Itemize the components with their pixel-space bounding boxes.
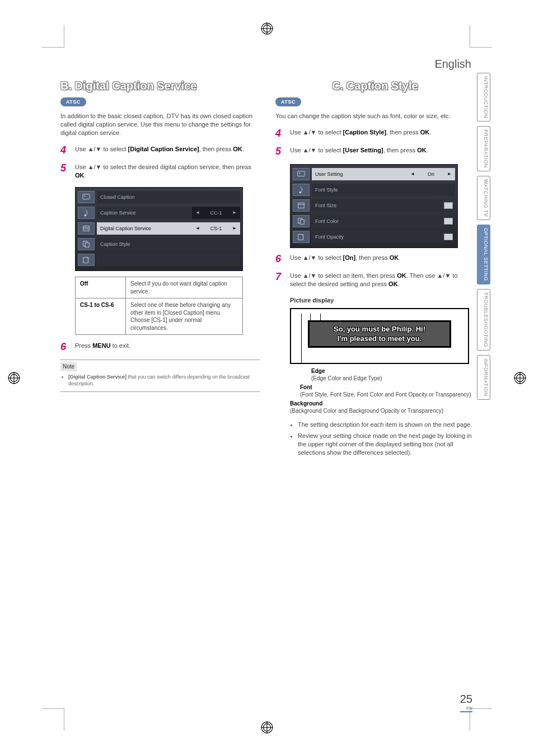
opt-key: Off <box>76 277 126 298</box>
step-number: 6 <box>60 342 69 352</box>
arrows-icon: ▲/▼ <box>303 147 317 153</box>
svg-rect-19 <box>83 226 90 231</box>
right-arrow-icon: ► <box>447 171 452 178</box>
page-suffix: EN <box>460 706 472 711</box>
arrows-icon: ▲/▼ <box>437 272 451 279</box>
menu-label: Font Size <box>312 199 444 212</box>
caption-legend: Edge(Edge Color and Edge Type) Font(Font… <box>290 367 475 415</box>
t: . <box>85 172 86 179</box>
registration-mark-icon <box>8 372 20 384</box>
step-number: 4 <box>60 145 69 155</box>
step-number: 5 <box>275 146 284 156</box>
menu-value: ◄On► <box>407 168 455 180</box>
step-6: 6 Use ▲/▼ to select [On], then press OK. <box>275 254 475 264</box>
t: [On] <box>343 254 356 261</box>
t: (Background Color and Background Opacity… <box>290 408 443 414</box>
arrows-icon: ▲/▼ <box>303 272 317 279</box>
picture-display-label: Picture display <box>290 296 475 305</box>
t: to select <box>316 147 343 153</box>
picture-icon <box>78 191 95 203</box>
svg-rect-28 <box>298 203 305 208</box>
side-tab-watching-tv: WATCHING TV <box>477 176 490 220</box>
sound-icon <box>293 184 310 196</box>
menu-label: Font Opacity <box>312 231 444 243</box>
step-5: 5 Use ▲/▼ to select [User Setting], then… <box>275 146 475 156</box>
t: . <box>399 254 400 261</box>
arrows-icon: ▲/▼ <box>88 146 102 152</box>
step-number: 7 <box>275 272 284 288</box>
table-row: OffSelect if you do not want digital cap… <box>76 277 243 298</box>
crop-mark <box>470 708 492 731</box>
note-title: Note <box>60 362 77 371</box>
t: to select <box>316 129 343 136</box>
step-number: 4 <box>275 128 284 138</box>
svg-point-26 <box>299 172 300 174</box>
registration-mark-icon <box>261 22 273 35</box>
arrows-icon: ▲/▼ <box>88 164 102 170</box>
sound-icon <box>78 207 95 219</box>
t: . Then use <box>406 272 437 279</box>
step-text: Press MENU to exit. <box>75 342 260 352</box>
t: OK <box>397 272 406 279</box>
svg-point-17 <box>84 196 85 197</box>
opt-key: CS-1 to CS-6 <box>76 298 126 335</box>
side-tab-preparation: PREPARATION <box>477 126 490 171</box>
section-b-title: B. Digital Caption Service <box>60 78 260 94</box>
t: Use <box>290 129 303 136</box>
list-item: Review your setting choice made on the n… <box>298 432 475 457</box>
language-icon <box>78 238 95 250</box>
crop-mark <box>470 25 492 48</box>
features-icon <box>78 222 95 235</box>
arrows-icon: ▲/▼ <box>303 254 317 261</box>
step-number: 5 <box>60 163 69 180</box>
arrows-icon: ▲/▼ <box>303 129 317 136</box>
note-bullet: [Digital Caption Service] [Digital Capti… <box>68 374 260 387</box>
features-icon <box>293 199 310 212</box>
t: [Digital Caption Service] <box>128 146 199 152</box>
atsc-badge: ATSC <box>60 97 86 106</box>
right-arrow-icon: ► <box>232 226 237 232</box>
registration-mark-icon <box>261 721 273 734</box>
caption-sample: So, you must be Philip. Hi! I'm pleased … <box>308 320 451 348</box>
step-5: 5 Use ▲/▼ to select the desired digital … <box>60 163 260 180</box>
section-b-intro: In addition to the basic closed caption,… <box>60 112 260 137</box>
t: to select <box>101 146 128 152</box>
t: Font <box>300 384 312 390</box>
caption-line: So, you must be Philip. Hi! <box>312 324 447 334</box>
t: , then press <box>383 147 418 153</box>
picture-icon <box>293 168 310 180</box>
lead-line <box>301 314 302 363</box>
t: Edge <box>311 368 325 374</box>
side-tab-information: INFORMATION <box>477 355 490 400</box>
bullets: The setting description for each item is… <box>290 421 475 457</box>
column-c: C. Caption Style ATSC You can change the… <box>275 78 475 460</box>
t: OK <box>390 254 399 261</box>
menu-check-icon <box>444 202 453 209</box>
crop-mark <box>42 708 64 731</box>
registration-mark-icon <box>514 372 526 384</box>
menu-label: User Setting <box>312 168 407 180</box>
left-arrow-icon: ◄ <box>410 171 415 178</box>
t: OK <box>233 146 242 152</box>
menu-label: Digital Caption Service <box>97 222 192 235</box>
t: [Caption Style] <box>343 129 387 136</box>
svg-rect-16 <box>83 194 90 199</box>
t: , then press <box>199 146 233 152</box>
svg-point-27 <box>299 192 302 194</box>
t: to exit. <box>111 342 130 349</box>
opt-val: Select if you do not want digital captio… <box>126 277 243 298</box>
section-c-title: C. Caption Style <box>275 78 475 94</box>
svg-rect-31 <box>300 220 304 224</box>
crop-mark <box>42 25 64 48</box>
t: , then press <box>386 129 420 136</box>
v: CC-1 <box>210 209 222 216</box>
column-b: B. Digital Caption Service ATSC In addit… <box>60 78 260 460</box>
step-number: 6 <box>275 254 284 264</box>
svg-rect-24 <box>83 258 88 263</box>
v: CS-1 <box>210 225 222 232</box>
atsc-badge: ATSC <box>275 97 301 106</box>
t: . <box>242 146 244 152</box>
lead-line <box>320 314 321 320</box>
step-4: 4 Use ▲/▼ to select [Digital Caption Ser… <box>60 145 260 155</box>
menu-label: Closed Caption <box>97 191 240 203</box>
